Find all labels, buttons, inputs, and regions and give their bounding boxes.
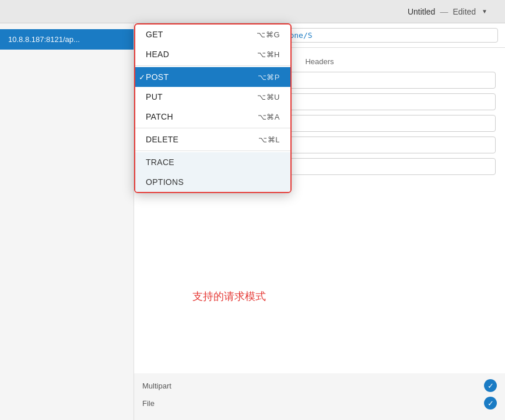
title-text: Untitled — Edited ▼ <box>408 7 488 16</box>
title-separator: — <box>440 7 448 16</box>
document-status: Edited <box>453 7 476 16</box>
post-checkmark: ✓ <box>139 73 145 82</box>
menu-item-post[interactable]: ✓ POST ⌥⌘P <box>135 67 290 87</box>
bottom-area: Multipart ✓ File ✓ <box>134 373 505 420</box>
delete-shortcut: ⌥⌘L <box>258 135 280 144</box>
method-dropdown-overlay: GET ⌥⌘G HEAD ⌥⌘H ✓ POST ⌥⌘P PUT ⌥⌘U PATC… <box>134 23 292 193</box>
options-label: OPTIONS <box>146 177 184 187</box>
menu-item-put[interactable]: PUT ⌥⌘U <box>135 87 290 107</box>
annotation-text: 支持的请求模式 <box>192 289 266 303</box>
get-shortcut: ⌥⌘G <box>257 30 280 39</box>
file-check-icon[interactable]: ✓ <box>484 397 497 410</box>
title-dropdown-arrow[interactable]: ▼ <box>482 8 488 15</box>
menu-item-get[interactable]: GET ⌥⌘G <box>135 24 290 44</box>
menu-item-trace[interactable]: TRACE <box>135 152 290 172</box>
post-label: POST <box>146 72 169 82</box>
put-shortcut: ⌥⌘U <box>257 93 280 102</box>
head-label: HEAD <box>146 50 169 59</box>
sidebar-item-request[interactable]: 10.8.8.187:8121/ap... <box>0 29 134 50</box>
patch-label: PATCH <box>146 112 173 121</box>
trace-label: TRACE <box>146 158 174 167</box>
menu-item-head[interactable]: HEAD ⌥⌘H <box>135 44 290 64</box>
head-shortcut: ⌥⌘H <box>257 50 280 59</box>
get-label: GET <box>146 30 163 39</box>
multipart-label: Multipart <box>142 382 171 390</box>
menu-item-options[interactable]: OPTIONS <box>135 172 290 192</box>
document-title: Untitled <box>408 7 435 16</box>
menu-item-patch[interactable]: PATCH ⌥⌘A <box>135 107 290 127</box>
patch-shortcut: ⌥⌘A <box>258 113 280 121</box>
method-dropdown-menu: GET ⌥⌘G HEAD ⌥⌘H ✓ POST ⌥⌘P PUT ⌥⌘U PATC… <box>134 23 292 193</box>
divider-1 <box>135 65 290 66</box>
post-shortcut: ⌥⌘P <box>258 73 280 82</box>
sidebar-item-label: 10.8.8.187:8121/ap... <box>8 35 80 44</box>
divider-3 <box>135 150 290 151</box>
put-label: PUT <box>146 92 163 102</box>
title-bar: Untitled — Edited ▼ <box>0 0 505 23</box>
multipart-check-icon[interactable]: ✓ <box>484 379 497 392</box>
divider-2 <box>135 128 290 128</box>
file-label: File <box>142 399 155 408</box>
file-row: File ✓ <box>142 397 497 410</box>
menu-group-bottom: TRACE OPTIONS <box>135 152 290 192</box>
delete-label: DELETE <box>146 135 178 144</box>
multipart-row: Multipart ✓ <box>142 379 497 392</box>
menu-item-delete[interactable]: DELETE ⌥⌘L <box>135 130 290 149</box>
sidebar: 10.8.8.187:8121/ap... <box>0 23 134 420</box>
